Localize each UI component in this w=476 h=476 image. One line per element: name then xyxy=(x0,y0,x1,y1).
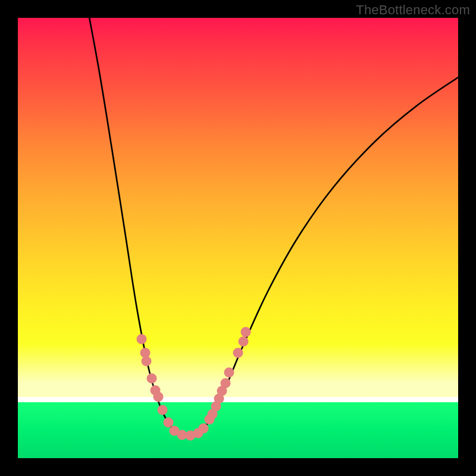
right-curve xyxy=(193,77,458,436)
watermark-text: TheBottleneck.com xyxy=(356,2,470,18)
data-dot xyxy=(164,418,174,428)
data-dot xyxy=(137,334,147,345)
data-dot xyxy=(239,337,249,347)
chart-svg xyxy=(18,18,458,458)
data-dots xyxy=(137,327,251,441)
data-dot xyxy=(142,356,152,367)
plot-area xyxy=(18,18,458,458)
data-dot xyxy=(147,374,157,384)
data-dot xyxy=(241,327,251,337)
data-dot xyxy=(233,348,243,358)
data-dot xyxy=(154,392,164,402)
data-dot xyxy=(199,424,209,434)
data-dot xyxy=(224,368,234,378)
data-dot xyxy=(158,405,168,415)
left-curve xyxy=(80,0,187,436)
data-dot xyxy=(221,378,231,389)
chart-frame: TheBottleneck.com xyxy=(0,0,476,476)
